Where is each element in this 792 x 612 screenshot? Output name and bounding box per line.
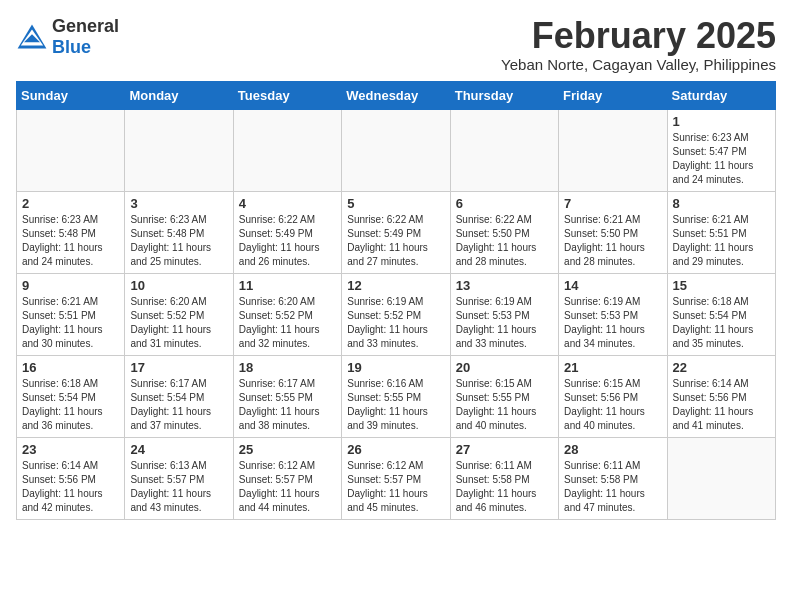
day-info: Sunrise: 6:12 AM Sunset: 5:57 PM Dayligh…: [239, 459, 336, 515]
day-number: 1: [673, 114, 770, 129]
day-info: Sunrise: 6:17 AM Sunset: 5:55 PM Dayligh…: [239, 377, 336, 433]
calendar-cell-28: 23Sunrise: 6:14 AM Sunset: 5:56 PM Dayli…: [17, 437, 125, 519]
day-info: Sunrise: 6:22 AM Sunset: 5:49 PM Dayligh…: [347, 213, 444, 269]
day-number: 10: [130, 278, 227, 293]
weekday-header-wednesday: Wednesday: [342, 81, 450, 109]
day-info: Sunrise: 6:14 AM Sunset: 5:56 PM Dayligh…: [22, 459, 119, 515]
day-info: Sunrise: 6:15 AM Sunset: 5:56 PM Dayligh…: [564, 377, 661, 433]
calendar-row-3: 16Sunrise: 6:18 AM Sunset: 5:54 PM Dayli…: [17, 355, 776, 437]
calendar-cell-12: 7Sunrise: 6:21 AM Sunset: 5:50 PM Daylig…: [559, 191, 667, 273]
day-number: 5: [347, 196, 444, 211]
calendar-cell-8: 3Sunrise: 6:23 AM Sunset: 5:48 PM Daylig…: [125, 191, 233, 273]
calendar-cell-9: 4Sunrise: 6:22 AM Sunset: 5:49 PM Daylig…: [233, 191, 341, 273]
calendar-cell-32: 27Sunrise: 6:11 AM Sunset: 5:58 PM Dayli…: [450, 437, 558, 519]
calendar-cell-24: 19Sunrise: 6:16 AM Sunset: 5:55 PM Dayli…: [342, 355, 450, 437]
day-info: Sunrise: 6:20 AM Sunset: 5:52 PM Dayligh…: [130, 295, 227, 351]
calendar-cell-30: 25Sunrise: 6:12 AM Sunset: 5:57 PM Dayli…: [233, 437, 341, 519]
calendar-cell-27: 22Sunrise: 6:14 AM Sunset: 5:56 PM Dayli…: [667, 355, 775, 437]
day-number: 19: [347, 360, 444, 375]
calendar-cell-20: 15Sunrise: 6:18 AM Sunset: 5:54 PM Dayli…: [667, 273, 775, 355]
weekday-header-sunday: Sunday: [17, 81, 125, 109]
calendar-cell-10: 5Sunrise: 6:22 AM Sunset: 5:49 PM Daylig…: [342, 191, 450, 273]
calendar-cell-4: [450, 109, 558, 191]
day-info: Sunrise: 6:11 AM Sunset: 5:58 PM Dayligh…: [564, 459, 661, 515]
day-info: Sunrise: 6:22 AM Sunset: 5:49 PM Dayligh…: [239, 213, 336, 269]
day-number: 21: [564, 360, 661, 375]
calendar-cell-25: 20Sunrise: 6:15 AM Sunset: 5:55 PM Dayli…: [450, 355, 558, 437]
weekday-header-monday: Monday: [125, 81, 233, 109]
weekday-header-saturday: Saturday: [667, 81, 775, 109]
day-info: Sunrise: 6:23 AM Sunset: 5:48 PM Dayligh…: [130, 213, 227, 269]
calendar-cell-16: 11Sunrise: 6:20 AM Sunset: 5:52 PM Dayli…: [233, 273, 341, 355]
calendar-cell-11: 6Sunrise: 6:22 AM Sunset: 5:50 PM Daylig…: [450, 191, 558, 273]
day-number: 27: [456, 442, 553, 457]
calendar-table: SundayMondayTuesdayWednesdayThursdayFrid…: [16, 81, 776, 520]
calendar-cell-33: 28Sunrise: 6:11 AM Sunset: 5:58 PM Dayli…: [559, 437, 667, 519]
day-info: Sunrise: 6:13 AM Sunset: 5:57 PM Dayligh…: [130, 459, 227, 515]
calendar-cell-14: 9Sunrise: 6:21 AM Sunset: 5:51 PM Daylig…: [17, 273, 125, 355]
logo-general: General: [52, 16, 119, 36]
calendar-title: February 2025: [501, 16, 776, 56]
calendar-cell-17: 12Sunrise: 6:19 AM Sunset: 5:52 PM Dayli…: [342, 273, 450, 355]
calendar-cell-31: 26Sunrise: 6:12 AM Sunset: 5:57 PM Dayli…: [342, 437, 450, 519]
day-info: Sunrise: 6:23 AM Sunset: 5:47 PM Dayligh…: [673, 131, 770, 187]
calendar-row-1: 2Sunrise: 6:23 AM Sunset: 5:48 PM Daylig…: [17, 191, 776, 273]
day-number: 17: [130, 360, 227, 375]
day-number: 3: [130, 196, 227, 211]
calendar-cell-21: 16Sunrise: 6:18 AM Sunset: 5:54 PM Dayli…: [17, 355, 125, 437]
day-info: Sunrise: 6:12 AM Sunset: 5:57 PM Dayligh…: [347, 459, 444, 515]
day-number: 11: [239, 278, 336, 293]
weekday-header-row: SundayMondayTuesdayWednesdayThursdayFrid…: [17, 81, 776, 109]
calendar-cell-13: 8Sunrise: 6:21 AM Sunset: 5:51 PM Daylig…: [667, 191, 775, 273]
day-info: Sunrise: 6:14 AM Sunset: 5:56 PM Dayligh…: [673, 377, 770, 433]
calendar-cell-23: 18Sunrise: 6:17 AM Sunset: 5:55 PM Dayli…: [233, 355, 341, 437]
day-number: 7: [564, 196, 661, 211]
day-number: 6: [456, 196, 553, 211]
day-info: Sunrise: 6:16 AM Sunset: 5:55 PM Dayligh…: [347, 377, 444, 433]
calendar-row-2: 9Sunrise: 6:21 AM Sunset: 5:51 PM Daylig…: [17, 273, 776, 355]
day-info: Sunrise: 6:18 AM Sunset: 5:54 PM Dayligh…: [673, 295, 770, 351]
day-info: Sunrise: 6:19 AM Sunset: 5:52 PM Dayligh…: [347, 295, 444, 351]
day-number: 15: [673, 278, 770, 293]
title-area: February 2025 Yeban Norte, Cagayan Valle…: [501, 16, 776, 73]
day-info: Sunrise: 6:11 AM Sunset: 5:58 PM Dayligh…: [456, 459, 553, 515]
day-info: Sunrise: 6:21 AM Sunset: 5:51 PM Dayligh…: [22, 295, 119, 351]
day-info: Sunrise: 6:21 AM Sunset: 5:50 PM Dayligh…: [564, 213, 661, 269]
calendar-cell-1: [125, 109, 233, 191]
day-number: 25: [239, 442, 336, 457]
day-number: 14: [564, 278, 661, 293]
logo: General Blue: [16, 16, 119, 58]
calendar-cell-34: [667, 437, 775, 519]
calendar-subtitle: Yeban Norte, Cagayan Valley, Philippines: [501, 56, 776, 73]
calendar-cell-26: 21Sunrise: 6:15 AM Sunset: 5:56 PM Dayli…: [559, 355, 667, 437]
day-info: Sunrise: 6:21 AM Sunset: 5:51 PM Dayligh…: [673, 213, 770, 269]
day-number: 2: [22, 196, 119, 211]
logo-blue: Blue: [52, 37, 91, 57]
calendar-cell-18: 13Sunrise: 6:19 AM Sunset: 5:53 PM Dayli…: [450, 273, 558, 355]
day-number: 20: [456, 360, 553, 375]
day-info: Sunrise: 6:19 AM Sunset: 5:53 PM Dayligh…: [564, 295, 661, 351]
calendar-cell-0: [17, 109, 125, 191]
calendar-cell-19: 14Sunrise: 6:19 AM Sunset: 5:53 PM Dayli…: [559, 273, 667, 355]
day-number: 22: [673, 360, 770, 375]
calendar-cell-2: [233, 109, 341, 191]
day-info: Sunrise: 6:20 AM Sunset: 5:52 PM Dayligh…: [239, 295, 336, 351]
weekday-header-friday: Friday: [559, 81, 667, 109]
calendar-row-4: 23Sunrise: 6:14 AM Sunset: 5:56 PM Dayli…: [17, 437, 776, 519]
day-info: Sunrise: 6:17 AM Sunset: 5:54 PM Dayligh…: [130, 377, 227, 433]
day-number: 8: [673, 196, 770, 211]
day-number: 16: [22, 360, 119, 375]
day-number: 13: [456, 278, 553, 293]
day-info: Sunrise: 6:15 AM Sunset: 5:55 PM Dayligh…: [456, 377, 553, 433]
day-info: Sunrise: 6:23 AM Sunset: 5:48 PM Dayligh…: [22, 213, 119, 269]
calendar-cell-22: 17Sunrise: 6:17 AM Sunset: 5:54 PM Dayli…: [125, 355, 233, 437]
day-number: 24: [130, 442, 227, 457]
calendar-row-0: 1Sunrise: 6:23 AM Sunset: 5:47 PM Daylig…: [17, 109, 776, 191]
day-number: 18: [239, 360, 336, 375]
day-number: 28: [564, 442, 661, 457]
logo-icon: [16, 23, 48, 51]
weekday-header-tuesday: Tuesday: [233, 81, 341, 109]
calendar-cell-7: 2Sunrise: 6:23 AM Sunset: 5:48 PM Daylig…: [17, 191, 125, 273]
day-info: Sunrise: 6:22 AM Sunset: 5:50 PM Dayligh…: [456, 213, 553, 269]
day-number: 23: [22, 442, 119, 457]
